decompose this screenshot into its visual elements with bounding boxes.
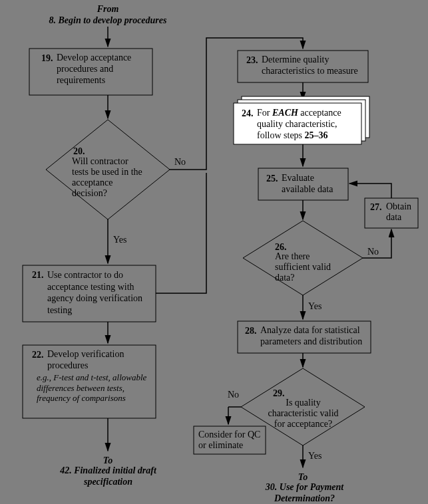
label-20-no: No (174, 157, 186, 167)
node-24: 24. For EACH acceptance quality characte… (234, 96, 369, 144)
node-20: 20. Will contractor tests be used in the… (46, 120, 170, 219)
label-26-yes: Yes (308, 301, 321, 311)
label-29-no: No (228, 390, 239, 400)
node-19-text: Develop acceptance procedures and requir… (57, 53, 148, 86)
node-19: 19. Develop acceptance procedures and re… (29, 49, 152, 95)
node-24-text: For EACH acceptance quality characterist… (257, 108, 359, 141)
svg-text:25.: 25. (266, 174, 278, 184)
node-23-text: Determine quality characteristics to mea… (262, 55, 365, 77)
footer-left: 42. Finalized initial draft specificatio… (40, 465, 176, 488)
node-20-text: Will contractor tests be used in the acc… (72, 156, 145, 199)
svg-text:20.: 20. (73, 146, 85, 156)
footer-right: 30. Use for Payment Determination? (240, 482, 369, 504)
node-28-text: Analyze data for statistical parameters … (260, 325, 368, 348)
footer-right-to: To (298, 472, 308, 482)
node-21-text: Use contractor to do acceptance testing … (47, 269, 152, 316)
node-29-text: Is quality characteristic valid for acce… (265, 398, 341, 430)
svg-text:29.: 29. (273, 388, 285, 398)
label-29-yes: Yes (308, 451, 321, 461)
header-from-ref: 8. Begin to develop procedures (49, 15, 167, 25)
svg-text:22.: 22. (32, 350, 44, 360)
label-26-no: No (367, 247, 379, 257)
svg-text:19.: 19. (41, 53, 53, 63)
node-27: 27. Obtain data (365, 198, 418, 228)
svg-text:23.: 23. (246, 55, 258, 65)
node-23: 23. Determine quality characteristics to… (238, 51, 368, 82)
label-20-yes: Yes (113, 235, 126, 245)
svg-text:26.: 26. (275, 242, 287, 252)
node-25: 25. Evaluate available data (258, 168, 348, 200)
svg-text:28.: 28. (245, 326, 257, 336)
node-22: 22. Develop verification procedures e.g.… (23, 345, 156, 418)
header-from-label: From (97, 4, 119, 14)
svg-text:24.: 24. (242, 108, 254, 118)
svg-text:27.: 27. (370, 202, 382, 212)
node-22-text2: e.g., F-test and t-test, allowable diffe… (37, 372, 151, 404)
node-27-text: Obtain data (386, 201, 417, 223)
node-qc: Consider for QC or eliminate (194, 426, 266, 454)
node-28: 28. Analyze data for statistical paramet… (238, 321, 371, 353)
edge-21-merge (156, 173, 206, 293)
svg-text:21.: 21. (32, 270, 44, 280)
edge-27-25 (349, 184, 391, 198)
node-qc-text: Consider for QC or eliminate (198, 430, 262, 451)
node-22-text1: Develop verification procedures (47, 349, 152, 372)
node-25-text: Evaluate available data (282, 173, 345, 195)
footer-left-to: To (103, 455, 112, 465)
node-21: 21. Use contractor to do acceptance test… (23, 265, 156, 322)
node-26-text: Are there sufficient valid data? (275, 251, 335, 283)
node-26: 26. Are there sufficient valid data? (243, 221, 363, 295)
